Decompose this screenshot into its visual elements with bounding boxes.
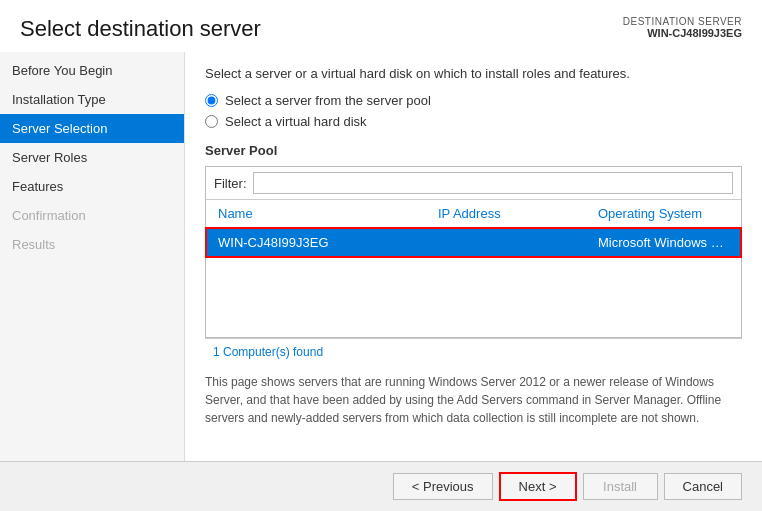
sidebar-item-before-you-begin[interactable]: Before You Begin bbox=[0, 56, 184, 85]
radio-group: Select a server from the server pool Sel… bbox=[205, 93, 742, 129]
info-text: This page shows servers that are running… bbox=[205, 373, 742, 427]
table-row[interactable]: WIN-CJ48I99J3EG Microsoft Windows Server… bbox=[206, 228, 741, 257]
page-title: Select destination server bbox=[20, 16, 623, 42]
main-container: Select destination server DESTINATION SE… bbox=[0, 0, 762, 511]
content-area: Before You Begin Installation Type Serve… bbox=[0, 52, 762, 461]
computers-found: 1 Computer(s) found bbox=[205, 338, 742, 363]
sidebar-item-confirmation: Confirmation bbox=[0, 201, 184, 230]
cell-name: WIN-CJ48I99J3EG bbox=[214, 233, 434, 252]
cell-os: Microsoft Windows Server 2019 Standard bbox=[594, 233, 733, 252]
server-pool-container: Filter: Name IP Address Operating System… bbox=[205, 166, 742, 338]
filter-input[interactable] bbox=[253, 172, 734, 194]
sidebar-item-server-selection[interactable]: Server Selection bbox=[0, 114, 184, 143]
cell-ip bbox=[434, 233, 594, 252]
sidebar-item-features[interactable]: Features bbox=[0, 172, 184, 201]
radio-virtual-disk-input[interactable] bbox=[205, 115, 218, 128]
radio-server-pool-input[interactable] bbox=[205, 94, 218, 107]
column-header-ip: IP Address bbox=[434, 204, 594, 223]
sidebar-item-installation-type[interactable]: Installation Type bbox=[0, 85, 184, 114]
column-header-name: Name bbox=[214, 204, 434, 223]
sidebar: Before You Begin Installation Type Serve… bbox=[0, 52, 185, 461]
install-button: Install bbox=[583, 473, 658, 500]
destination-name: WIN-CJ48I99J3EG bbox=[623, 27, 742, 39]
next-button[interactable]: Next > bbox=[499, 472, 577, 501]
radio-server-pool[interactable]: Select a server from the server pool bbox=[205, 93, 742, 108]
main-content: Select a server or a virtual hard disk o… bbox=[185, 52, 762, 461]
column-header-os: Operating System bbox=[594, 204, 733, 223]
section-title: Server Pool bbox=[205, 143, 742, 158]
filter-row: Filter: bbox=[206, 167, 741, 200]
header-area: Select destination server DESTINATION SE… bbox=[0, 0, 762, 52]
sidebar-item-server-roles[interactable]: Server Roles bbox=[0, 143, 184, 172]
instruction-text: Select a server or a virtual hard disk o… bbox=[205, 66, 742, 81]
previous-button[interactable]: < Previous bbox=[393, 473, 493, 500]
filter-label: Filter: bbox=[214, 176, 247, 191]
footer: < Previous Next > Install Cancel bbox=[0, 461, 762, 511]
destination-server-info: DESTINATION SERVER WIN-CJ48I99J3EG bbox=[623, 16, 742, 39]
radio-virtual-disk[interactable]: Select a virtual hard disk bbox=[205, 114, 742, 129]
table-header-row: Name IP Address Operating System bbox=[206, 200, 741, 228]
destination-label: DESTINATION SERVER bbox=[623, 16, 742, 27]
cancel-button[interactable]: Cancel bbox=[664, 473, 742, 500]
sidebar-item-results: Results bbox=[0, 230, 184, 259]
table-empty-space bbox=[206, 257, 741, 337]
radio-virtual-disk-label: Select a virtual hard disk bbox=[225, 114, 367, 129]
radio-server-pool-label: Select a server from the server pool bbox=[225, 93, 431, 108]
